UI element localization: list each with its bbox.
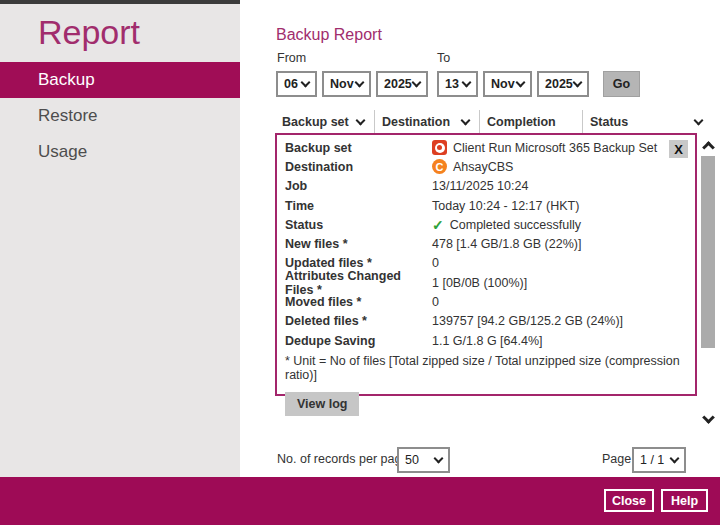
view-log-button[interactable]: View log xyxy=(285,392,359,416)
report-row-backup-set: Backup set Client Run Microsoft 365 Back… xyxy=(277,138,695,157)
records-per-page-value: 50 xyxy=(405,453,419,467)
from-month-value: Nov xyxy=(330,77,354,91)
row-label: Destination xyxy=(285,160,432,174)
filter-label: Destination xyxy=(382,115,450,129)
from-year-select[interactable]: 2025 xyxy=(376,71,428,97)
row-label: Moved files * xyxy=(285,295,432,309)
row-label: Dedupe Saving xyxy=(285,334,432,348)
row-value: Today 10:24 - 12:17 (HKT) xyxy=(432,199,579,213)
report-row-dedupe-saving: Dedupe Saving 1.1 G/1.8 G [64.4%] xyxy=(277,331,695,350)
to-label: To xyxy=(437,51,450,65)
page-select[interactable]: 1 / 1 xyxy=(632,447,686,473)
row-value: Completed successfully xyxy=(450,218,581,232)
chevron-down-icon xyxy=(694,115,704,125)
page-label: Page xyxy=(602,452,631,466)
chevron-down-icon xyxy=(412,78,422,88)
from-day-select[interactable]: 06 xyxy=(276,71,317,97)
page-title: Backup Report xyxy=(276,26,382,44)
chevron-down-icon xyxy=(434,454,444,464)
row-label: Status xyxy=(285,218,432,232)
chevron-down-icon xyxy=(573,78,583,88)
row-value: Client Run Microsoft 365 Backup Set xyxy=(453,141,657,155)
sidebar-item-backup[interactable]: Backup xyxy=(0,62,240,98)
chevron-down-icon xyxy=(301,78,311,88)
row-label: Backup set xyxy=(285,141,432,155)
filter-status[interactable]: Status xyxy=(583,110,712,133)
filter-label: Completion xyxy=(487,115,556,129)
close-card-icon[interactable]: X xyxy=(669,140,688,158)
row-value: 1 [0B/0B (100%)] xyxy=(432,276,527,290)
row-label: Attributes Changed Files * xyxy=(285,269,432,297)
report-row-time: Time Today 10:24 - 12:17 (HKT) xyxy=(277,196,695,215)
go-button[interactable]: Go xyxy=(603,71,640,97)
to-month-select[interactable]: Nov xyxy=(483,71,532,97)
to-month-value: Nov xyxy=(491,77,515,91)
scrollbar-thumb[interactable] xyxy=(701,156,715,348)
unit-footnote: * Unit = No of files [Total zipped size … xyxy=(277,354,695,382)
filter-label: Backup set xyxy=(282,115,349,129)
from-year-value: 2025 xyxy=(384,77,412,91)
row-value: 0 xyxy=(432,295,439,309)
ahsaycbs-icon: C xyxy=(432,159,447,174)
row-value: 478 [1.4 GB/1.8 GB (22%)] xyxy=(432,237,581,251)
row-label: Time xyxy=(285,199,432,213)
to-day-value: 13 xyxy=(445,77,459,91)
chevron-down-icon xyxy=(462,78,472,88)
row-value: 1.1 G/1.8 G [64.4%] xyxy=(432,334,542,348)
filter-completion[interactable]: Completion xyxy=(480,110,583,133)
sidebar-item-label: Backup xyxy=(38,70,95,89)
report-row-destination: Destination C AhsayCBS xyxy=(277,157,695,176)
records-per-page-select[interactable]: 50 xyxy=(397,447,450,473)
records-per-page-label: No. of records per page xyxy=(277,452,408,466)
sidebar: Report Backup Restore Usage xyxy=(0,0,240,477)
sidebar-item-restore[interactable]: Restore xyxy=(0,98,240,134)
chevron-down-icon xyxy=(516,78,526,88)
chevron-down-icon xyxy=(461,115,471,125)
close-button[interactable]: Close xyxy=(604,489,654,512)
report-row-moved-files: Moved files * 0 xyxy=(277,292,695,311)
footer-bar: Close Help xyxy=(0,477,720,525)
row-value: AhsayCBS xyxy=(453,160,513,174)
chevron-down-icon xyxy=(355,78,365,88)
row-value: 13/11/2025 10:24 xyxy=(432,179,528,193)
row-label: Deleted files * xyxy=(285,314,432,328)
backup-report-card: X Backup set Client Run Microsoft 365 Ba… xyxy=(275,133,697,396)
chevron-down-icon xyxy=(356,115,366,125)
report-row-status: Status ✓ Completed successfully xyxy=(277,215,695,234)
microsoft-365-icon xyxy=(432,140,447,155)
from-day-value: 06 xyxy=(284,77,298,91)
filter-label: Status xyxy=(590,115,628,129)
sidebar-item-label: Usage xyxy=(38,142,87,161)
help-button[interactable]: Help xyxy=(661,489,708,512)
filter-row: Backup set Destination Completion Status xyxy=(275,110,712,133)
report-row-new-files: New files * 478 [1.4 GB/1.8 GB (22%)] xyxy=(277,234,695,253)
row-label: New files * xyxy=(285,237,432,251)
chevron-down-icon xyxy=(670,454,680,464)
filter-destination[interactable]: Destination xyxy=(375,110,480,133)
report-row-deleted-files: Deleted files * 139757 [94.2 GB/125.2 GB… xyxy=(277,312,695,331)
report-row-attributes-changed: Attributes Changed Files * 1 [0B/0B (100… xyxy=(277,273,695,292)
to-year-value: 2025 xyxy=(545,77,573,91)
scroll-down-icon[interactable] xyxy=(702,411,715,424)
check-icon: ✓ xyxy=(432,217,444,233)
from-month-select[interactable]: Nov xyxy=(322,71,371,97)
sidebar-item-label: Restore xyxy=(38,106,98,125)
page-value: 1 / 1 xyxy=(640,453,664,467)
row-label: Job xyxy=(285,179,432,193)
sidebar-item-usage[interactable]: Usage xyxy=(0,134,240,170)
sidebar-menu: Backup Restore Usage xyxy=(0,62,240,170)
from-label: From xyxy=(277,51,306,65)
row-value: 0 xyxy=(432,256,439,270)
report-row-job: Job 13/11/2025 10:24 xyxy=(277,177,695,196)
top-strip xyxy=(0,0,240,4)
to-day-select[interactable]: 13 xyxy=(437,71,478,97)
row-value: 139757 [94.2 GB/125.2 GB (24%)] xyxy=(432,314,623,328)
filter-backup-set[interactable]: Backup set xyxy=(275,110,375,133)
to-year-select[interactable]: 2025 xyxy=(537,71,589,97)
scroll-up-icon[interactable] xyxy=(702,141,715,154)
app-title: Report xyxy=(38,13,140,52)
